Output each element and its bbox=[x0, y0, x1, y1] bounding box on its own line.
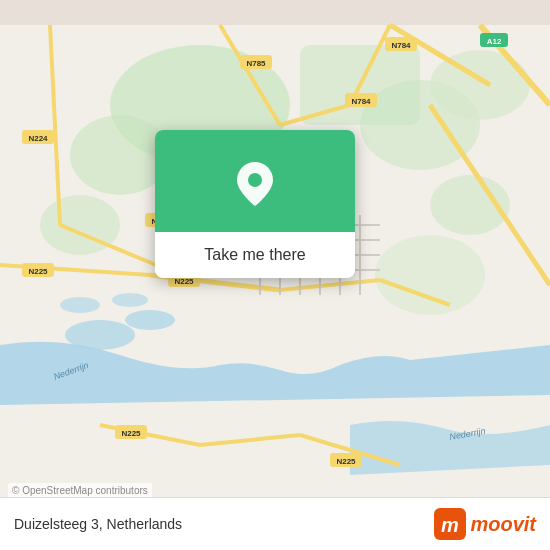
svg-text:N784: N784 bbox=[351, 97, 371, 106]
svg-text:N784: N784 bbox=[391, 41, 411, 50]
svg-text:N225: N225 bbox=[174, 277, 194, 286]
svg-text:A12: A12 bbox=[487, 37, 502, 46]
moovit-logo[interactable]: m moovit bbox=[434, 508, 536, 540]
location-pin-icon bbox=[229, 158, 281, 210]
moovit-icon: m bbox=[434, 508, 466, 540]
popup-label-area: Take me there bbox=[155, 232, 355, 278]
svg-text:N785: N785 bbox=[246, 59, 266, 68]
svg-point-7 bbox=[375, 235, 485, 315]
svg-text:N224: N224 bbox=[28, 134, 48, 143]
svg-point-12 bbox=[112, 293, 148, 307]
svg-text:m: m bbox=[442, 514, 460, 536]
svg-text:N225: N225 bbox=[121, 429, 141, 438]
svg-point-10 bbox=[125, 310, 175, 330]
copyright-text: © OpenStreetMap contributors bbox=[8, 483, 152, 498]
svg-text:N225: N225 bbox=[28, 267, 48, 276]
popup-card: Take me there bbox=[155, 130, 355, 278]
svg-point-65 bbox=[248, 173, 262, 187]
take-me-there-button[interactable]: Take me there bbox=[171, 246, 339, 264]
map-container: N784 A12 N785 N784 N224 N224 N225 N225 N… bbox=[0, 0, 550, 550]
svg-point-11 bbox=[60, 297, 100, 313]
moovit-text-label: moovit bbox=[470, 513, 536, 536]
svg-text:N225: N225 bbox=[336, 457, 356, 466]
svg-point-9 bbox=[65, 320, 135, 350]
popup-green-area bbox=[155, 130, 355, 232]
bottom-bar: Duizelsteeg 3, Netherlands m moovit bbox=[0, 497, 550, 550]
address-text: Duizelsteeg 3, Netherlands bbox=[14, 516, 182, 532]
